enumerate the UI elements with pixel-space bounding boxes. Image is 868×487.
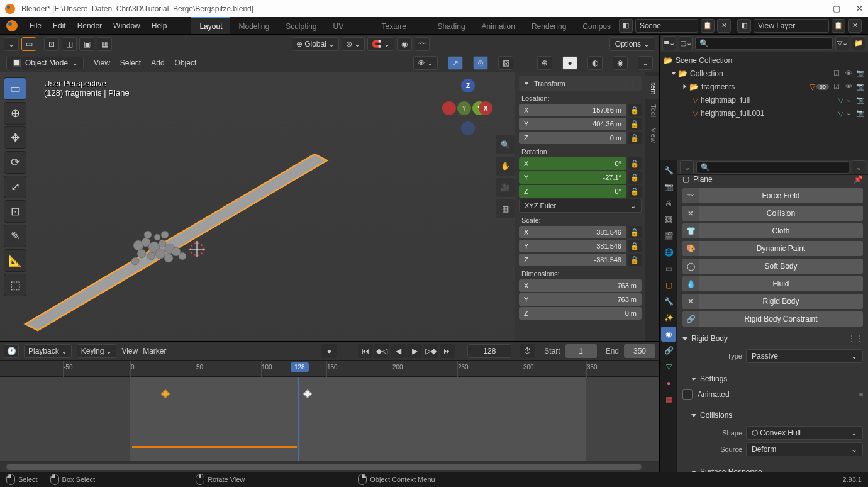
measure-tool[interactable]: 📐: [4, 249, 26, 272]
ws-tab-animation[interactable]: Animation: [474, 17, 523, 34]
viewport-menu-view[interactable]: View: [94, 54, 110, 72]
viewlayer-delete-button[interactable]: ✕: [848, 19, 862, 33]
perspective-toggle-icon[interactable]: ▦: [496, 199, 515, 218]
prop-tab-output[interactable]: 🖨: [661, 196, 676, 211]
playhead[interactable]: 128: [291, 362, 309, 372]
visibility-selector[interactable]: 👁 ⌄: [413, 56, 438, 70]
gizmo-neg-y[interactable]: Y: [457, 101, 471, 115]
outliner-filter-button[interactable]: ▽⌄: [835, 36, 849, 50]
physics-collision[interactable]: ⤧Collision: [682, 206, 863, 221]
autokey-toggle[interactable]: ●: [321, 344, 337, 358]
lock-rot-y[interactable]: 🔓: [628, 171, 642, 184]
prop-tab-render[interactable]: 📷: [661, 179, 676, 194]
physics-cloth[interactable]: 👕Cloth: [682, 223, 863, 238]
add-cube-tool[interactable]: ⬚: [4, 274, 26, 296]
camera-view-icon[interactable]: 🎥: [496, 178, 515, 197]
snap-edge-icon[interactable]: ◫: [62, 37, 77, 51]
surface-panel-header[interactable]: Surface Response: [677, 464, 868, 472]
timeline-scrollbar[interactable]: [0, 461, 659, 472]
prop-tab-constraints[interactable]: 🔗: [661, 343, 676, 358]
window-maximize-button[interactable]: ▢: [833, 4, 840, 13]
pivot-selector[interactable]: ⊙ ⌄: [342, 37, 365, 51]
prop-tab-object[interactable]: ▢: [661, 277, 676, 293]
transform-tool[interactable]: ⊡: [4, 200, 26, 223]
prop-tab-particles[interactable]: ✨: [661, 310, 676, 325]
viewlayer-name-field[interactable]: View Layer: [754, 19, 829, 33]
gizmo-z-axis[interactable]: Z: [461, 79, 475, 92]
editor-type-selector[interactable]: ⌄: [4, 37, 19, 51]
location-x[interactable]: X-157.66 m: [519, 104, 626, 116]
dim-x[interactable]: X763 m: [519, 279, 642, 292]
proportional-edit-toggle[interactable]: ◉: [397, 37, 412, 51]
outliner-new-collection[interactable]: 📁: [852, 36, 865, 50]
prop-tab-physics[interactable]: ◉: [661, 327, 676, 342]
cursor-tool[interactable]: ⊕: [4, 102, 26, 125]
rotation-y[interactable]: Y-27.1°: [519, 171, 626, 184]
gizmo-x-axis[interactable]: X: [479, 101, 492, 115]
play-button[interactable]: ▶: [407, 344, 422, 358]
options-button[interactable]: Options ⌄: [609, 37, 655, 51]
viewport-menu-add[interactable]: Add: [151, 54, 164, 72]
scene-browse-button[interactable]: ◧: [619, 19, 633, 33]
jump-start-button[interactable]: ⏮: [358, 344, 373, 358]
physics-rbc[interactable]: 🔗Rigid Body Constraint: [682, 311, 863, 327]
ws-tab-layout[interactable]: Layout: [191, 17, 230, 34]
outliner-display-mode[interactable]: ▢⌄: [679, 36, 693, 50]
pin-icon[interactable]: 📌: [854, 175, 863, 184]
snap-toggle[interactable]: 🧲 ⌄: [367, 37, 394, 51]
outliner-collection[interactable]: 📂 Collection☑👁📷: [660, 67, 868, 80]
physics-fluid[interactable]: 💧Fluid: [682, 276, 863, 291]
scene-delete-button[interactable]: ✕: [717, 19, 731, 33]
nav-gizmo[interactable]: Z Y Y X: [442, 79, 492, 129]
viewport-3d[interactable]: ▭ ⊕ ✥ ⟳ ⤢ ⊡ ✎ 📐 ⬚ User Perspective (128)…: [0, 72, 659, 341]
prop-tab-material[interactable]: ●: [661, 376, 676, 391]
lock-loc-y[interactable]: 🔓: [628, 118, 642, 130]
move-tool[interactable]: ✥: [4, 126, 26, 149]
orientation-selector[interactable]: ⊕ Global ⌄: [292, 37, 339, 51]
lock-loc-x[interactable]: 🔓: [628, 104, 642, 116]
menu-window[interactable]: Window: [108, 17, 146, 35]
outliner-scene-collection[interactable]: 📂 Scene Collection: [660, 53, 868, 67]
gizmo-toggle[interactable]: ↗: [448, 56, 463, 70]
zoom-icon[interactable]: 🔍: [496, 135, 515, 154]
shading-wireframe[interactable]: ⊕: [537, 56, 552, 70]
shading-solid[interactable]: ●: [562, 56, 577, 70]
overlay-toggle[interactable]: ⊙: [473, 56, 488, 70]
lock-scale-y[interactable]: 🔓: [628, 240, 642, 252]
dim-z[interactable]: Z0 m: [519, 307, 642, 320]
xray-toggle[interactable]: ▧: [498, 56, 513, 70]
menu-file[interactable]: File: [24, 17, 47, 35]
n-tab-tool[interactable]: Tool: [645, 99, 659, 122]
menu-render[interactable]: Render: [72, 17, 108, 35]
keyframe-next-button[interactable]: ▷◆: [423, 344, 438, 358]
viewport-menu-object[interactable]: Object: [175, 54, 197, 72]
gizmo-neg-x[interactable]: [442, 101, 456, 115]
prop-tab-modifiers[interactable]: 🔧: [661, 294, 676, 309]
timeline-playback-menu[interactable]: Playback ⌄: [24, 344, 72, 358]
pan-icon[interactable]: ✋: [496, 157, 515, 176]
outliner-item-heightmap001[interactable]: ▽ heightmap_full.001▽⌄📷: [660, 106, 868, 120]
scale-y[interactable]: Y-381.546: [519, 240, 626, 252]
rotation-x[interactable]: X0°: [519, 157, 626, 170]
transform-panel-header[interactable]: Transform⋮⋮: [519, 76, 642, 91]
keyframe-dot-icon[interactable]: [859, 393, 863, 396]
snap-face-icon[interactable]: ▣: [79, 37, 94, 51]
props-search[interactable]: 🔍: [696, 161, 849, 174]
shading-rendered[interactable]: ◉: [613, 56, 628, 70]
lock-loc-z[interactable]: 🔓: [628, 132, 642, 144]
lock-rot-x[interactable]: 🔓: [628, 157, 642, 170]
timeline-marker-menu[interactable]: Marker: [143, 342, 166, 360]
timer-icon[interactable]: ⏱: [520, 344, 535, 358]
window-minimize-button[interactable]: —: [809, 4, 817, 13]
current-frame-display[interactable]: 128: [467, 344, 511, 358]
viewport-menu-select[interactable]: Select: [120, 54, 141, 72]
outliner-item-fragments[interactable]: 📂 fragments▽99☑👁📷: [660, 80, 868, 93]
physics-rigidbody[interactable]: ✕Rigid Body: [682, 294, 863, 309]
prop-tab-viewlayer[interactable]: 🖼: [661, 212, 676, 227]
menu-help[interactable]: Help: [146, 17, 173, 35]
play-reverse-button[interactable]: ◀: [391, 344, 406, 358]
collisions-panel-header[interactable]: Collisions: [677, 407, 868, 423]
ws-tab-uv[interactable]: UV Editing: [325, 17, 374, 34]
outliner-editor-type[interactable]: ≣⌄: [662, 36, 676, 50]
physics-dynamicpaint[interactable]: 🎨Dynamic Paint: [682, 241, 863, 256]
